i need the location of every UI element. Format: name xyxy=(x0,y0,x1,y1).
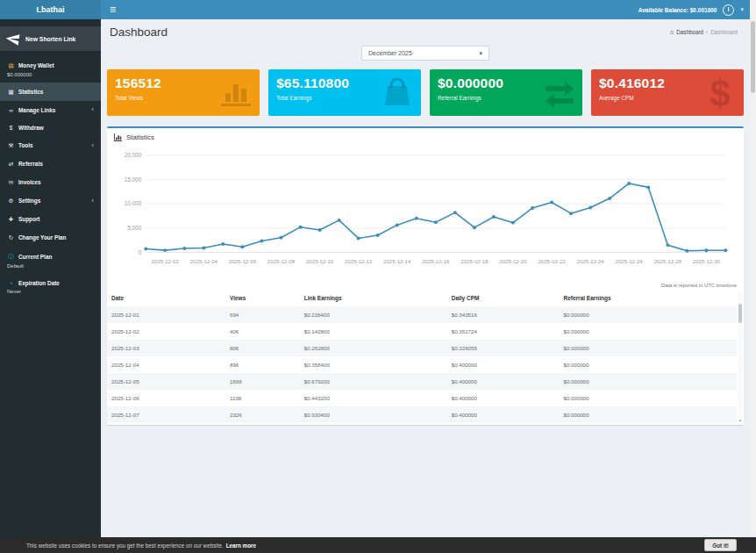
table-cell: $0.400000 xyxy=(447,390,560,406)
new-shorten-link-button[interactable]: New Shorten Link xyxy=(0,26,101,51)
chart-point xyxy=(511,221,515,225)
brand-logo[interactable]: Lbathai xyxy=(0,0,101,19)
table-cell: $0.343516 xyxy=(447,306,560,323)
sidebar-item-statistics[interactable]: ▦Statistics xyxy=(0,83,101,101)
navbar-right: Available Balance: $0.001600 ▾ xyxy=(638,4,756,16)
stat-card-average-cpm[interactable]: $0.416012Average CPM$ xyxy=(591,69,744,116)
cookie-message: This website uses cookies to ensure you … xyxy=(26,542,224,549)
table-row[interactable]: 2025-12-072326$0.930400$0.400000$0.00000… xyxy=(107,406,737,423)
svg-text:2025-12-20: 2025-12-20 xyxy=(499,258,527,264)
stat-card-referral-earnings[interactable]: $0.000000Referral Earnings xyxy=(430,69,582,116)
exchange-arrows-icon xyxy=(540,74,577,114)
cookie-consent-bar: This website uses cookies to ensure you … xyxy=(0,537,756,553)
select-caret-icon: ▾ xyxy=(479,50,482,57)
table-cell: 2025-12-07 xyxy=(107,406,225,423)
svg-text:2025-12-28: 2025-12-28 xyxy=(654,258,682,264)
page-scrollbar-thumb[interactable] xyxy=(751,21,755,93)
breadcrumb-current: Dashboard xyxy=(710,29,738,35)
table-column-header: Daily CPM xyxy=(447,290,560,306)
chart-point xyxy=(724,248,727,252)
svg-text:2025-12-10: 2025-12-10 xyxy=(306,258,334,264)
table-cell: 2025-12-03 xyxy=(107,340,225,356)
chart-container: 05,00010,00015,00020,0002025-12-022025-1… xyxy=(107,145,744,282)
breadcrumb-home[interactable]: Dashboard xyxy=(676,29,703,35)
svg-text:2025-12-18: 2025-12-18 xyxy=(460,258,489,264)
chart-point xyxy=(396,223,399,226)
table-cell: $0.400000 xyxy=(447,406,560,423)
svg-text:2025-12-30: 2025-12-30 xyxy=(693,258,721,264)
table-cell: 2025-12-01 xyxy=(107,306,225,323)
stat-card-total-earnings[interactable]: $65.110800Total Earnings xyxy=(268,69,421,116)
gears-icon: ⚙ xyxy=(7,198,15,205)
power-logout-icon[interactable] xyxy=(723,4,734,16)
chevron-down-icon[interactable]: ▾ xyxy=(740,6,744,13)
statistics-panel-title: Statistics xyxy=(126,133,154,141)
breadcrumb-separator: › xyxy=(706,29,708,35)
sidebar-item-settings[interactable]: ⚙Settings‹ xyxy=(0,191,101,210)
sidebar-item-label: Statistics xyxy=(18,89,43,95)
svg-text:2025-12-26: 2025-12-26 xyxy=(616,258,644,264)
sidebar-item-label: Money Wallet xyxy=(18,62,54,68)
page-title: Dashboard xyxy=(110,25,738,39)
chart-point xyxy=(646,185,650,189)
chart-point xyxy=(202,246,205,249)
svg-text:2025-12-16: 2025-12-16 xyxy=(422,258,450,264)
bar-chart-icon xyxy=(218,74,254,114)
sidebar-item-invoices[interactable]: ✉Invoices xyxy=(0,173,101,191)
chart-point xyxy=(453,211,457,214)
info-circle-icon: ⓘ xyxy=(7,253,15,261)
table-cell: $0.930400 xyxy=(300,406,447,423)
svg-text:2025-12-06: 2025-12-06 xyxy=(229,258,257,264)
got-it-button[interactable]: Got it! xyxy=(704,539,737,551)
table-cell: $0.142800 xyxy=(300,323,447,340)
svg-text:2025-12-02: 2025-12-02 xyxy=(152,258,180,264)
chart-point xyxy=(240,245,244,248)
table-scrollbar-thumb[interactable] xyxy=(738,304,742,323)
sidebar-item-label: Current Plan xyxy=(18,254,52,260)
sidebar-item-withdraw[interactable]: $Withdraw xyxy=(0,118,101,136)
sidebar-item-subtext: Default xyxy=(0,263,101,274)
hamburger-menu-icon[interactable]: ≡ xyxy=(101,0,125,19)
sidebar-item-support[interactable]: ✚Support xyxy=(0,210,101,228)
learn-more-link[interactable]: Learn more xyxy=(226,542,256,549)
table-row[interactable]: 2025-12-061108$0.443200$0.400000$0.00000… xyxy=(107,390,737,406)
svg-text:2025-12-22: 2025-12-22 xyxy=(538,258,566,264)
sidebar-item-referrals[interactable]: ⇄Referrals xyxy=(0,154,101,173)
chart-point xyxy=(376,233,380,237)
table-row[interactable]: 2025-12-03806$0.262800$0.326055$0.000000 xyxy=(107,340,737,356)
svg-text:10,000: 10,000 xyxy=(125,200,142,206)
table-row[interactable]: 2025-12-04896$0.358400$0.400000$0.000000 xyxy=(107,356,737,373)
stat-card-total-views[interactable]: 156512Total Views xyxy=(107,69,260,116)
table-row[interactable]: 2025-12-051698$0.679200$0.400000$0.00000… xyxy=(107,373,737,390)
sidebar-item-change-plan[interactable]: ↻Change Your Plan xyxy=(0,228,101,247)
svg-text:$: $ xyxy=(710,74,730,111)
table-cell: $0.000000 xyxy=(559,390,737,406)
views-line-chart: 05,00010,00015,00020,0002025-12-022025-1… xyxy=(109,147,738,278)
chart-point xyxy=(704,248,708,252)
stat-cards-row: 156512Total Views$65.110800Total Earning… xyxy=(101,69,750,116)
breadcrumb: ⌂ Dashboard › Dashboard xyxy=(670,29,738,35)
sidebar-item-subtext: Never xyxy=(0,289,101,299)
table-cell: $0.000000 xyxy=(559,373,737,390)
top-navbar: Lbathai ≡ Available Balance: $0.001600 ▾ xyxy=(0,0,756,19)
sidebar-item-label: Change Your Plan xyxy=(18,234,66,241)
table-cell: 1108 xyxy=(225,390,300,406)
table-cell: $0.262800 xyxy=(300,340,447,356)
month-select[interactable]: December 2025 ▾ xyxy=(361,46,489,61)
sidebar-item-label: Manage Links xyxy=(18,107,55,113)
table-head: DateViewsLink EarningsDaily CPMReferral … xyxy=(107,290,737,306)
link-icon: ∞ xyxy=(7,107,15,113)
table-column-header: Link Earnings xyxy=(300,290,447,306)
sidebar-item-manage-links[interactable]: ∞Manage Links‹ xyxy=(0,101,101,118)
dollar-sign-icon: $ xyxy=(702,74,738,114)
scrollbar-down-arrow-icon[interactable]: ▾ xyxy=(738,418,743,423)
table-row[interactable]: 2025-12-01694$0.238400$0.343516$0.000000 xyxy=(107,306,737,323)
table-scrollbar[interactable]: ▾ xyxy=(738,291,743,423)
table-cell: $0.238400 xyxy=(300,306,447,323)
chart-point xyxy=(163,248,167,252)
sidebar-item-label: Expiration Date xyxy=(18,280,60,286)
sidebar-item-tools[interactable]: ⚒Tools‹ xyxy=(0,136,101,154)
table-row[interactable]: 2025-12-02406$0.142800$0.351724$0.000000 xyxy=(107,323,737,340)
table-cell: 406 xyxy=(225,323,300,340)
page-scrollbar[interactable] xyxy=(750,0,756,553)
